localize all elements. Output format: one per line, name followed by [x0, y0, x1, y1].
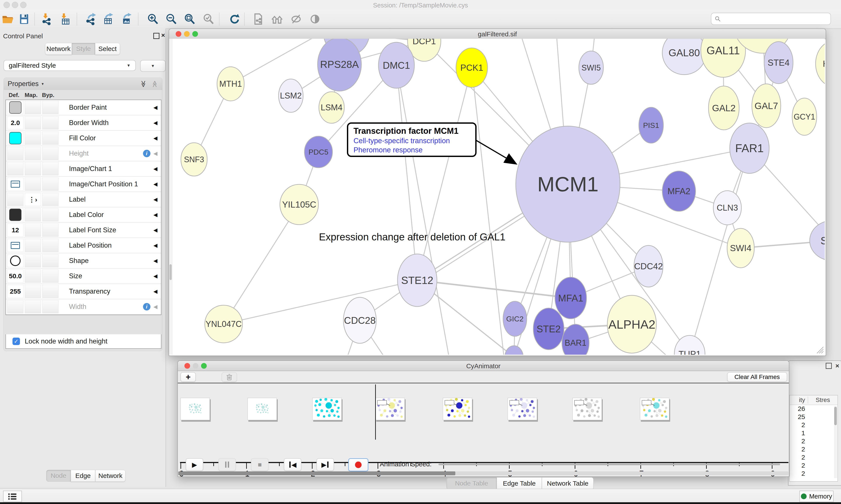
property-row-border-paint[interactable]: Border Paint◀	[6, 100, 161, 115]
node-slt2[interactable]: SLT2	[810, 220, 825, 261]
style-options-button[interactable]: ▼	[140, 60, 165, 72]
tab-network-table[interactable]: Network Table	[542, 477, 593, 489]
info-icon[interactable]: i	[143, 303, 150, 310]
node-dmc1[interactable]: DMC1	[378, 42, 414, 88]
cyanimator-titlebar[interactable]: CyAnimator	[178, 361, 789, 371]
tab-edge[interactable]: Edge	[71, 470, 95, 482]
animator-hscrollbar[interactable]	[178, 471, 788, 475]
color-swatch[interactable]	[9, 209, 21, 221]
tab-edge-table[interactable]: Edge Table	[497, 477, 542, 489]
open-folder-icon[interactable]	[1, 12, 15, 26]
node-ste2[interactable]: STE2	[533, 308, 564, 350]
export-table-icon[interactable]	[101, 12, 114, 26]
expand-row-icon[interactable]: ◀	[154, 181, 158, 187]
copy-document-icon[interactable]	[251, 12, 265, 26]
hide-panel-icon[interactable]	[289, 12, 303, 26]
column-header[interactable]: ity	[790, 396, 805, 403]
node-pis1[interactable]: PIS1	[639, 107, 663, 143]
node-cdc28[interactable]: CDC28	[343, 297, 376, 343]
node-swi4[interactable]: SWI4	[727, 228, 754, 268]
node-gal2[interactable]: GAL2	[709, 86, 739, 130]
property-row-transparency[interactable]: 255Transparency◀	[6, 284, 161, 299]
tab-node-table[interactable]: Node Table	[446, 477, 497, 489]
color-swatch[interactable]	[9, 101, 21, 114]
info-icon[interactable]: i	[143, 150, 150, 157]
node-pdc5[interactable]: PDC5	[304, 136, 333, 168]
node-lsm2[interactable]: LSM2	[279, 79, 303, 112]
expand-row-icon[interactable]: ◀	[154, 166, 158, 172]
node-snf3[interactable]: SNF3	[181, 143, 207, 176]
frame-thumbnail-3[interactable]	[312, 398, 342, 420]
close-panel-icon[interactable]: ×	[835, 363, 839, 369]
zoom-fit-icon[interactable]	[183, 12, 196, 26]
node-cln3[interactable]: CLN3	[713, 191, 741, 225]
node-ynl047c[interactable]: YNL047C	[205, 305, 243, 343]
property-row-border-width[interactable]: 2.0Border Width◀	[6, 115, 161, 131]
float-panel-icon[interactable]	[153, 33, 159, 39]
table-row[interactable]: 25	[790, 413, 838, 421]
table-row[interactable]: 1	[790, 429, 838, 437]
frame-thumbnail-4[interactable]	[375, 398, 405, 420]
expand-row-icon[interactable]: ◀	[154, 120, 158, 126]
node-lsm4[interactable]: LSM4	[319, 92, 344, 123]
node-rps28a[interactable]: RPS28A	[318, 39, 361, 91]
record-button[interactable]	[348, 458, 369, 471]
home-views-icon[interactable]	[270, 12, 284, 26]
frame-thumbnail-6[interactable]	[508, 398, 537, 420]
frame-thumbnail-7[interactable]	[572, 398, 602, 420]
float-panel-icon[interactable]	[826, 363, 832, 369]
annotation-link[interactable]: Pheromone response	[354, 146, 475, 154]
playhead[interactable]	[375, 384, 376, 439]
node-mth1[interactable]: MTH1	[217, 67, 244, 101]
expand-row-icon[interactable]: ◀	[154, 135, 158, 141]
node-alpha2[interactable]: ALPHA2	[607, 295, 656, 353]
tab-node[interactable]: Node	[46, 470, 71, 482]
save-icon[interactable]	[18, 12, 31, 26]
property-row-label-font-size[interactable]: 12Label Font Size◀	[6, 223, 161, 238]
node-mfa2[interactable]: MFA2	[662, 171, 696, 211]
node-unlabeled[interactable]	[505, 346, 523, 355]
delete-frame-button[interactable]	[222, 372, 237, 382]
mapping-icon[interactable]: ⋮›	[29, 196, 37, 203]
style-select[interactable]: galFiltered Style ▼	[3, 60, 136, 71]
import-network-icon[interactable]	[39, 12, 53, 26]
expand-row-icon[interactable]: ◀	[154, 150, 158, 157]
zoom-in-icon[interactable]	[146, 12, 159, 26]
export-image-icon[interactable]	[120, 12, 133, 26]
task-history-button[interactable]	[3, 491, 22, 502]
property-row-size[interactable]: 50.0Size◀	[6, 269, 161, 284]
frame-thumbnail-1[interactable]	[180, 398, 210, 420]
network-canvas[interactable]: RPS28BDCP1RPS28ADMC1PCK1SWI5MTH1LSM2LSM4…	[169, 39, 825, 355]
property-row-height[interactable]: Heighti◀	[6, 146, 161, 161]
table-row[interactable]: 2	[790, 454, 838, 462]
pause-button[interactable]	[218, 458, 236, 471]
tab-style[interactable]: Style	[72, 43, 95, 55]
show-panel-icon[interactable]	[308, 12, 322, 26]
expand-all-icon[interactable]: ≫	[140, 80, 147, 87]
tab-network[interactable]: Network	[95, 470, 125, 482]
import-table-icon[interactable]	[58, 12, 71, 26]
close-panel-icon[interactable]: ×	[161, 32, 165, 38]
node-bar1[interactable]: BAR1	[562, 324, 589, 355]
annotation-box[interactable]: Transcription factor MCM1 Cell-type-spec…	[347, 122, 477, 157]
network-window-titlebar[interactable]: galFiltered.sif	[169, 29, 826, 39]
expand-row-icon[interactable]: ◀	[154, 242, 158, 249]
table-row[interactable]: 2	[790, 421, 838, 429]
property-row-label-color[interactable]: Label Color◀	[6, 207, 161, 223]
node-gal11[interactable]: GAL11	[701, 39, 746, 77]
node-swi5[interactable]: SWI5	[579, 51, 603, 84]
table-row[interactable]: 2	[790, 437, 838, 446]
table-row[interactable]: 2	[790, 470, 838, 478]
zoom-selected-icon[interactable]	[202, 12, 215, 26]
node-pck1[interactable]: PCK1	[456, 48, 487, 87]
property-row-label[interactable]: ⋮›Label◀	[6, 192, 161, 207]
expand-row-icon[interactable]: ◀	[154, 273, 158, 279]
node-yil105c[interactable]: YIL105C	[280, 184, 319, 224]
previous-frame-button[interactable]: ◀	[284, 458, 301, 471]
property-row-width[interactable]: Widthi◀	[6, 299, 161, 314]
node-far1[interactable]: FAR1	[730, 123, 769, 174]
node-gic2[interactable]: GIC2	[503, 301, 527, 336]
table-row[interactable]: 2	[790, 462, 838, 470]
column-header[interactable]: Stres	[808, 396, 838, 403]
property-row-fill-color[interactable]: Fill Color◀	[6, 131, 161, 146]
